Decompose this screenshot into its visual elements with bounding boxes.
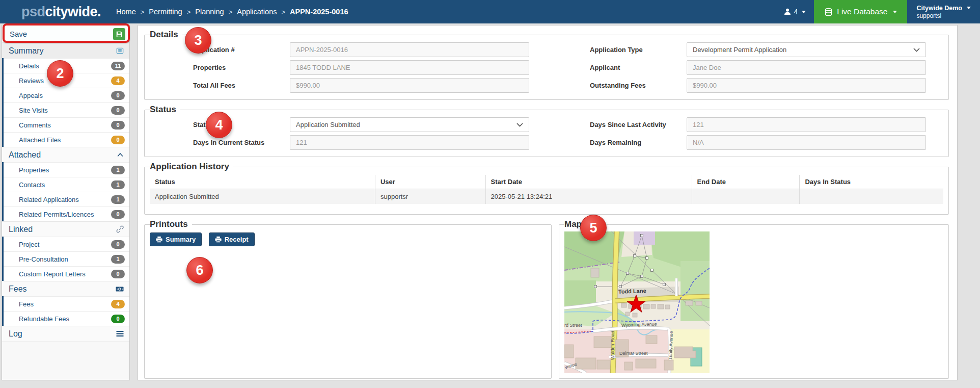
sidebar-item-refundable-fees[interactable]: Refundable Fees0 [4, 311, 129, 326]
days-remaining-label: Days Remaining [590, 139, 687, 146]
count-badge: 0 [111, 91, 125, 100]
status-label: Status [193, 121, 290, 128]
link-icon [116, 225, 124, 233]
map-label-todd-lane: Todd Lane [618, 288, 646, 295]
properties-label: Properties [193, 64, 290, 71]
live-database-label: Live Database [837, 7, 887, 16]
sidebar-item-properties[interactable]: Properties1 [4, 162, 129, 177]
live-database-button[interactable]: Live Database [814, 0, 907, 23]
map-image[interactable]: Todd Lane Wyoming Avenue Delmar Street W… [564, 231, 710, 373]
application-history-table: Status User Start Date End Date Days In … [150, 175, 943, 204]
item-label: Comments [19, 121, 51, 129]
sidebar-item-fees[interactable]: Fees4 [4, 296, 129, 311]
details-legend: Details [150, 30, 182, 40]
days-in-current-status-label: Days In Current Status [193, 139, 290, 146]
applicant-field: Jane Doe [687, 60, 926, 75]
column-header-days-in-status: Days In Status [800, 175, 943, 189]
status-section: Status Status Application Submitted Days… [144, 105, 949, 157]
status-select[interactable]: Application Submitted [290, 117, 529, 132]
sidebar-item-pre-consultation[interactable]: Pre-Consultation1 [4, 251, 129, 266]
account-menu[interactable]: Citywide Demo supportsl [907, 0, 980, 23]
column-header-start-date: Start Date [485, 175, 692, 189]
cell-start-date: 2025-05-21 13:24:21 [485, 189, 692, 204]
sidebar-item-related-permits[interactable]: Related Permits/Licences0 [4, 206, 129, 221]
app-logo[interactable]: psdcitywide. [21, 4, 101, 20]
breadcrumb-separator: > [229, 8, 233, 16]
sidebar-item-site-visits[interactable]: Site Visits0 [4, 102, 129, 117]
top-navbar: psdcitywide. Home > Permitting > Plannin… [0, 0, 980, 23]
section-label: Summary [9, 46, 43, 56]
list-panel-icon [116, 47, 124, 55]
breadcrumb-permitting[interactable]: Permitting [149, 8, 182, 16]
item-label: Related Applications [19, 196, 79, 203]
status-legend: Status [150, 105, 180, 115]
days-since-last-activity-field: 121 [687, 117, 926, 132]
application-type-select[interactable]: Development Permit Application [687, 42, 926, 57]
database-icon [824, 8, 833, 16]
print-summary-button[interactable]: Summary [150, 232, 202, 246]
count-badge: 0 [111, 240, 125, 249]
save-button[interactable]: Save [2, 25, 129, 43]
sidebar-item-related-applications[interactable]: Related Applications1 [4, 192, 129, 206]
print-summary-label: Summary [166, 236, 196, 243]
application-number-label: Application # [193, 46, 290, 54]
printouts-section: Printouts Summary Receipt [144, 219, 552, 379]
count-badge: 0 [111, 315, 125, 323]
cell-end-date [692, 189, 800, 204]
total-all-fees-label: Total All Fees [193, 82, 290, 89]
map-section: Map [559, 219, 949, 379]
breadcrumb-home[interactable]: Home [116, 8, 136, 16]
section-label: Attached [9, 150, 41, 160]
sidebar-section-attached[interactable]: Attached [2, 147, 129, 162]
applicant-label: Applicant [590, 64, 687, 71]
navbar-right: 4 Live Database Citywide Demo supportsl [775, 0, 980, 23]
application-history-legend: Application History [150, 162, 233, 172]
linked-items: Project0 Pre-Consultation1 Custom Report… [2, 237, 129, 281]
cell-status: Application Submitted [150, 189, 375, 204]
section-label: Linked [9, 225, 33, 234]
sidebar-item-contacts[interactable]: Contacts1 [4, 177, 129, 192]
item-label: Fees [19, 300, 34, 308]
account-username: supportsl [916, 12, 971, 19]
map-label-trinity-avenue: Trinity Avenue [668, 331, 674, 360]
count-badge: 1 [111, 195, 125, 204]
count-badge: 1 [111, 255, 125, 264]
attached-items: Properties1 Contacts1 Related Applicatio… [2, 162, 129, 221]
chevron-down-icon [893, 11, 897, 13]
main-panel: Details Application # APPN-2025-0016 App… [138, 25, 958, 380]
breadcrumb-separator: > [187, 8, 191, 16]
item-label: Refundable Fees [19, 315, 69, 323]
sidebar-item-project[interactable]: Project0 [4, 237, 129, 251]
sidebar-section-fees[interactable]: Fees [2, 281, 129, 296]
item-label: Properties [19, 166, 49, 174]
properties-field: 1845 TODD LANE [290, 60, 529, 75]
breadcrumb-planning[interactable]: Planning [195, 8, 224, 16]
sidebar-section-linked[interactable]: Linked [2, 221, 129, 237]
online-users-dropdown[interactable]: 4 [775, 0, 814, 23]
logo-prefix: psd [21, 4, 45, 19]
map-label-walden-road: Walden Road [610, 331, 615, 360]
sidebar-item-details[interactable]: Details11 [4, 58, 129, 73]
sidebar-item-attached-files[interactable]: Attached Files0 [4, 132, 129, 147]
outstanding-fees-field: $990.00 [687, 78, 926, 93]
sidebar-section-log[interactable]: Log [2, 326, 129, 341]
total-all-fees-field: $990.00 [290, 78, 529, 93]
sidebar: Save Summary Details11 Reviews4 Appeals0… [2, 25, 130, 380]
count-badge: 0 [111, 210, 125, 219]
sidebar-item-reviews[interactable]: Reviews4 [4, 73, 129, 88]
column-header-user: User [375, 175, 485, 189]
sidebar-item-appeals[interactable]: Appeals0 [4, 88, 129, 102]
sidebar-section-summary[interactable]: Summary [2, 43, 129, 58]
menu-lines-icon [116, 330, 124, 337]
sidebar-item-custom-report-letters[interactable]: Custom Report Letters0 [4, 266, 129, 281]
sidebar-item-comments[interactable]: Comments0 [4, 117, 129, 132]
chevron-down-icon [967, 7, 971, 9]
breadcrumb-applications[interactable]: Applications [237, 8, 277, 16]
chevron-down-icon [913, 48, 920, 52]
table-header-row: Status User Start Date End Date Days In … [150, 175, 943, 189]
count-badge: 4 [111, 300, 125, 308]
printer-icon [215, 236, 222, 243]
count-badge: 0 [111, 121, 125, 130]
person-icon [783, 8, 792, 16]
print-receipt-button[interactable]: Receipt [209, 232, 255, 246]
